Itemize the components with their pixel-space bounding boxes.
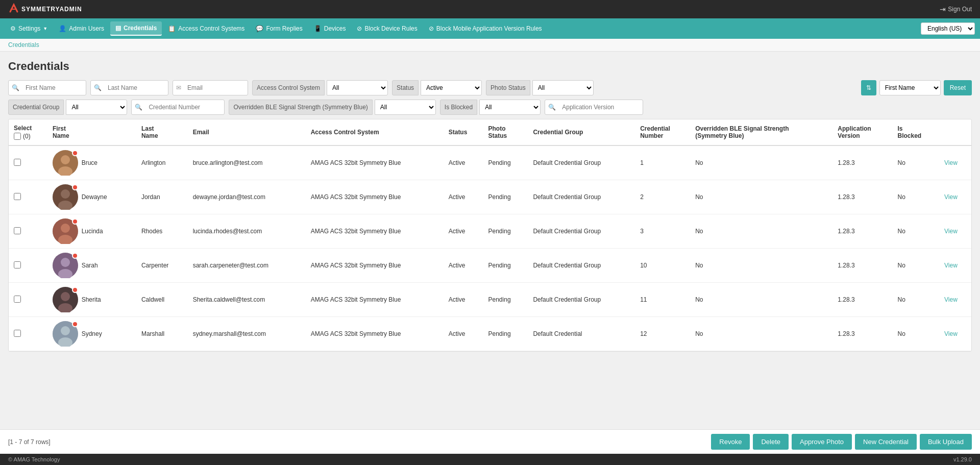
ble-filter-select[interactable]: All Yes No: [375, 100, 436, 115]
is-blocked-label: Is Blocked: [440, 100, 477, 115]
row-checkbox[interactable]: [14, 227, 21, 234]
language-selector-wrapper[interactable]: English (US): [921, 22, 975, 35]
view-link[interactable]: View: [944, 159, 958, 166]
status-filter: Status Active Inactive: [392, 80, 482, 95]
view-link-cell[interactable]: View: [939, 214, 971, 249]
first-name-search-wrapper: 🔍: [8, 80, 86, 95]
acs-cell: AMAG ACS 32bit Symmetry Blue: [306, 249, 444, 283]
sign-out-button[interactable]: ⇥ Sign Out: [940, 5, 972, 13]
row-checkbox[interactable]: [14, 261, 21, 268]
nav-settings[interactable]: ⚙ Settings ▼: [5, 22, 53, 35]
photo-status-cell: Pending: [483, 214, 528, 249]
acs-cell: AMAG ACS 32bit Symmetry Blue: [306, 180, 444, 214]
reset-button[interactable]: Reset: [944, 80, 972, 95]
nav-block-device-rules[interactable]: ⊘ Block Device Rules: [352, 22, 422, 35]
status-cell: Active: [444, 249, 483, 283]
credentials-table: Select (0) FirstName LastName Email Acce…: [9, 119, 971, 351]
nav-admin-users[interactable]: 👤 Admin Users: [54, 22, 109, 35]
sort-button[interactable]: ⇅: [861, 80, 876, 95]
footer-copyright: © AMAG Technology: [8, 456, 60, 458]
cred-number-search-icon: 🔍: [135, 104, 142, 111]
first-name-cell: Sydney: [82, 330, 102, 337]
nav-devices[interactable]: 📱 Devices: [309, 22, 351, 35]
avatar-cell: Sherita: [53, 287, 131, 312]
view-link-cell[interactable]: View: [939, 283, 971, 317]
email-icon: ✉: [176, 84, 181, 91]
email-cell: bruce.arlington@test.com: [188, 145, 306, 180]
view-link-cell[interactable]: View: [939, 249, 971, 283]
view-link[interactable]: View: [944, 330, 958, 337]
ble-cell: No: [690, 214, 832, 249]
revoke-button[interactable]: Revoke: [711, 434, 750, 450]
svg-point-7: [61, 224, 70, 233]
view-link[interactable]: View: [944, 228, 958, 235]
last-name-cell: Carpenter: [136, 249, 188, 283]
first-name-input[interactable]: [21, 80, 83, 95]
cred-number-input[interactable]: [144, 100, 221, 115]
header-app-version: ApplicationVersion: [832, 119, 892, 145]
ble-cell: No: [690, 145, 832, 180]
is-blocked-select[interactable]: All Yes No: [479, 100, 541, 115]
form-replies-icon: 💬: [256, 25, 263, 32]
last-name-cell: Jordan: [136, 180, 188, 214]
nav-block-mobile-rules[interactable]: ⊘ Block Mobile Application Version Rules: [424, 22, 547, 35]
last-name-input[interactable]: [104, 80, 165, 95]
table-row: Dewayne Jordan dewayne.jordan@test.com A…: [9, 180, 971, 214]
cred-number-cell: 2: [635, 180, 690, 214]
avatar-cell: Lucinda: [53, 218, 131, 244]
action-buttons: Revoke Delete Approve Photo New Credenti…: [711, 434, 972, 450]
new-credential-button[interactable]: New Credential: [855, 434, 917, 450]
bulk-upload-button[interactable]: Bulk Upload: [920, 434, 972, 450]
row-checkbox[interactable]: [14, 159, 21, 166]
row-checkbox[interactable]: [14, 193, 21, 200]
avatar-cell: Sarah: [53, 253, 131, 278]
row-checkbox-cell: [9, 317, 47, 351]
select-all-checkbox[interactable]: [14, 133, 21, 140]
email-input[interactable]: [183, 80, 244, 95]
view-link[interactable]: View: [944, 296, 958, 303]
photo-status-select[interactable]: All Pending Approved: [532, 80, 594, 95]
ble-filter-label: Overridden BLE Signal Strength (Symmetry…: [229, 100, 372, 115]
photo-status-cell: Pending: [483, 145, 528, 180]
status-filter-select[interactable]: Active Inactive: [421, 80, 482, 95]
cred-group-select[interactable]: All: [66, 100, 127, 115]
nav-access-control[interactable]: 📋 Access Control Systems: [163, 22, 250, 35]
row-checkbox-cell: [9, 283, 47, 317]
row-checkbox[interactable]: [14, 296, 21, 303]
avatar: [53, 150, 78, 176]
language-select[interactable]: English (US): [921, 22, 975, 35]
app-version-search-wrapper: 🔍: [545, 100, 643, 115]
row-checkbox[interactable]: [14, 330, 21, 337]
last-name-cell: Arlington: [136, 145, 188, 180]
view-link-cell[interactable]: View: [939, 145, 971, 180]
credentials-icon: ▤: [115, 25, 121, 32]
view-link-cell[interactable]: View: [939, 180, 971, 214]
is-blocked-cell: No: [892, 283, 939, 317]
acs-cell: AMAG ACS 32bit Symmetry Blue: [306, 214, 444, 249]
avatar-online-dot: [72, 253, 78, 259]
row-avatar-first-name: Dewayne: [47, 180, 136, 214]
sort-select[interactable]: First Name Last Name Email: [879, 80, 941, 95]
avatar-online-dot: [72, 287, 78, 293]
row-checkbox-cell: [9, 214, 47, 249]
table-row: Bruce Arlington bruce.arlington@test.com…: [9, 145, 971, 180]
app-version-input[interactable]: [558, 100, 640, 115]
nav-form-replies[interactable]: 💬 Form Replies: [251, 22, 307, 35]
avatar: [53, 253, 78, 278]
acs-filter-select[interactable]: All: [327, 80, 388, 95]
table-row: Lucinda Rhodes lucinda.rhodes@test.com A…: [9, 214, 971, 249]
view-link[interactable]: View: [944, 262, 958, 269]
delete-button[interactable]: Delete: [753, 434, 789, 450]
view-link[interactable]: View: [944, 193, 958, 201]
app-version-cell: 1.28.3: [832, 214, 892, 249]
is-blocked-filter: Is Blocked All Yes No: [440, 100, 541, 115]
first-name-cell: Lucinda: [82, 228, 103, 235]
cred-group-cell: Default Credential Group: [528, 180, 635, 214]
cred-number-cell: 10: [635, 249, 690, 283]
breadcrumb[interactable]: Credentials: [0, 39, 980, 52]
view-link-cell[interactable]: View: [939, 317, 971, 351]
nav-credentials[interactable]: ▤ Credentials: [110, 21, 162, 36]
approve-photo-button[interactable]: Approve Photo: [792, 434, 852, 450]
cred-group-cell: Default Credential Group: [528, 249, 635, 283]
photo-status-cell: Pending: [483, 249, 528, 283]
